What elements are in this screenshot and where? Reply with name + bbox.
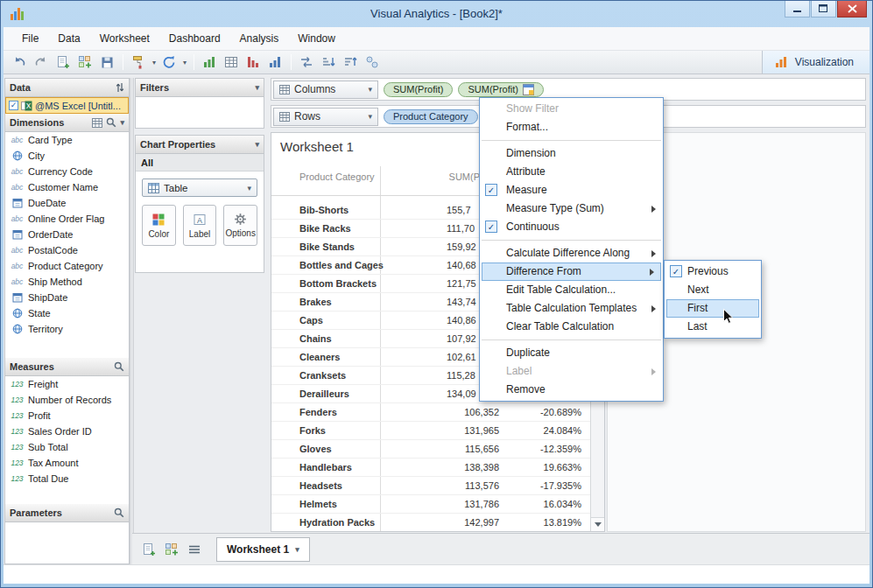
chevron-down-icon[interactable]	[120, 118, 124, 127]
swap-axes-icon[interactable]	[296, 52, 317, 72]
caret-down-icon[interactable]	[295, 545, 299, 554]
new-worksheet-icon[interactable]	[53, 52, 74, 72]
menu-item-show-filter[interactable]: Show Filter	[480, 100, 663, 118]
swap-fields-icon[interactable]	[116, 82, 124, 93]
field-card-type[interactable]: abcCard Type	[5, 132, 129, 148]
bar-chart-icon[interactable]	[199, 52, 220, 72]
new-dashboard-icon[interactable]	[162, 541, 181, 558]
search-icon[interactable]	[114, 508, 124, 518]
field-tax-amount[interactable]: 123Tax Amount	[5, 455, 129, 471]
table-row[interactable]: Headsets113,576-17.935%	[271, 477, 590, 495]
table-row[interactable]: Hydration Packs142,99713.819%	[271, 514, 590, 532]
field-number-of-records[interactable]: 123Number of Records	[5, 392, 129, 408]
menu-item-measure-type-sum[interactable]: Measure Type (Sum)	[480, 200, 663, 218]
table-row[interactable]: Fenders106,352-20.689%	[271, 403, 590, 422]
dropdown-caret-icon[interactable]	[150, 59, 158, 66]
visualization-button[interactable]: Visualization	[762, 51, 869, 74]
menu-item-attribute[interactable]: Attribute	[480, 163, 663, 181]
table-row[interactable]: Gloves115,656-12.359%	[271, 440, 590, 458]
pill-product-category[interactable]: Product Category	[384, 109, 478, 124]
search-icon[interactable]	[106, 117, 116, 128]
menu-item-label[interactable]: Label	[480, 362, 663, 381]
menu-item-remove[interactable]: Remove	[480, 381, 663, 399]
menu-item-clear-table-calculation[interactable]: Clear Table Calculation	[480, 318, 663, 336]
field-postalcode[interactable]: abcPostalCode	[5, 242, 129, 258]
menu-item-previous[interactable]: Previous	[665, 262, 761, 281]
field-state[interactable]: State	[5, 305, 129, 321]
menu-analysis[interactable]: Analysis	[230, 27, 289, 50]
panel-splitter[interactable]	[130, 78, 134, 564]
table-row[interactable]: Handlebars138,39819.663%	[271, 458, 590, 477]
table-row[interactable]: Helmets131,78616.034%	[271, 495, 590, 514]
columns-shelf-label[interactable]: Columns	[273, 80, 378, 99]
descending-bars-icon[interactable]	[243, 52, 264, 72]
field-territory[interactable]: Territory	[5, 321, 129, 337]
field-profit[interactable]: 123Profit	[5, 408, 129, 424]
menu-item-difference-from[interactable]: Difference From	[482, 262, 661, 281]
menu-file[interactable]: File	[12, 27, 48, 50]
format-painter-icon[interactable]	[128, 52, 149, 72]
chart-label-button[interactable]: ALabel	[183, 205, 217, 246]
chart-options-button[interactable]: Options	[223, 205, 257, 246]
menu-window[interactable]: Window	[288, 27, 345, 50]
menu-item-dimension[interactable]: Dimension	[480, 144, 663, 163]
field-product-category[interactable]: abcProduct Category	[5, 258, 129, 274]
field-sales-order-id[interactable]: 123Sales Order ID	[5, 424, 129, 439]
menu-data[interactable]: Data	[48, 27, 89, 50]
menu-item-last[interactable]: Last	[665, 318, 761, 336]
undo-icon[interactable]	[9, 52, 30, 72]
close-button[interactable]	[837, 1, 867, 18]
title-bar[interactable]: Visual Analytics - [Book2]*	[3, 1, 870, 27]
sort-ascending-icon[interactable]	[318, 52, 339, 72]
menu-item-next[interactable]: Next	[665, 281, 761, 299]
menu-item-calculate-difference-along[interactable]: Calculate Difference Along	[480, 244, 663, 262]
menu-item-format[interactable]: Format...	[480, 118, 663, 136]
menu-item-first[interactable]: First	[666, 299, 759, 318]
field-city[interactable]: City	[5, 148, 129, 164]
new-worksheet-icon[interactable]	[139, 541, 158, 558]
field-duedate[interactable]: DueDate	[5, 195, 129, 211]
menu-item-duplicate[interactable]: Duplicate	[480, 344, 663, 362]
pill-sum-profit[interactable]: SUM(Profit)	[458, 82, 543, 97]
field-freight[interactable]: 123Freight	[5, 376, 129, 392]
menu-item-edit-table-calculation[interactable]: Edit Table Calculation...	[480, 281, 663, 299]
worksheet-list-icon[interactable]	[185, 541, 204, 558]
group-icon[interactable]	[362, 52, 383, 72]
field-customer-name[interactable]: abcCustomer Name	[5, 179, 129, 195]
filters-header[interactable]: Filters	[136, 79, 264, 97]
scroll-down-icon[interactable]	[591, 517, 604, 531]
dropdown-caret-icon[interactable]	[180, 59, 189, 66]
worksheet-tab[interactable]: Worksheet 1	[216, 537, 310, 562]
menu-item-table-calculation-templates[interactable]: Table Calculation Templates	[480, 299, 663, 318]
field-shipdate[interactable]: ShipDate	[5, 290, 129, 305]
chart-type-dropdown[interactable]: Table	[142, 178, 257, 197]
table-calculation-icon[interactable]	[523, 84, 534, 95]
grid-icon[interactable]	[92, 118, 102, 128]
menu-item-continuous[interactable]: Continuous	[480, 218, 663, 236]
chart-color-button[interactable]: Color	[142, 205, 176, 246]
pill-sum-profit[interactable]: SUM(Profit)	[384, 82, 453, 97]
field-currency-code[interactable]: abcCurrency Code	[5, 164, 129, 179]
new-dashboard-icon[interactable]	[74, 52, 95, 72]
field-orderdate[interactable]: OrderDate	[5, 227, 129, 242]
field-ship-method[interactable]: abcShip Method	[5, 274, 129, 290]
menu-item-measure[interactable]: Measure	[480, 181, 663, 200]
search-icon[interactable]	[114, 361, 124, 372]
menu-dashboard[interactable]: Dashboard	[159, 27, 230, 50]
crosstab-icon[interactable]	[221, 52, 242, 72]
table-row[interactable]: Forks131,96524.084%	[271, 422, 590, 440]
data-connection-item[interactable]: X @MS Excel [Untitl...	[5, 97, 129, 114]
minimize-button[interactable]	[785, 1, 810, 18]
maximize-button[interactable]	[811, 1, 836, 18]
save-icon[interactable]	[96, 52, 117, 72]
sort-descending-icon[interactable]	[340, 52, 361, 72]
chart-properties-header[interactable]: Chart Properties	[136, 136, 264, 154]
menu-worksheet[interactable]: Worksheet	[90, 27, 159, 50]
chart-properties-all-tab[interactable]: All	[136, 154, 264, 172]
field-sub-total[interactable]: 123Sub Total	[5, 439, 129, 455]
ascending-bars-icon[interactable]	[264, 52, 285, 72]
redo-icon[interactable]	[31, 52, 52, 72]
field-total-due[interactable]: 123Total Due	[5, 471, 129, 486]
refresh-icon[interactable]	[158, 52, 180, 72]
field-online-order-flag[interactable]: abcOnline Order Flag	[5, 211, 129, 227]
